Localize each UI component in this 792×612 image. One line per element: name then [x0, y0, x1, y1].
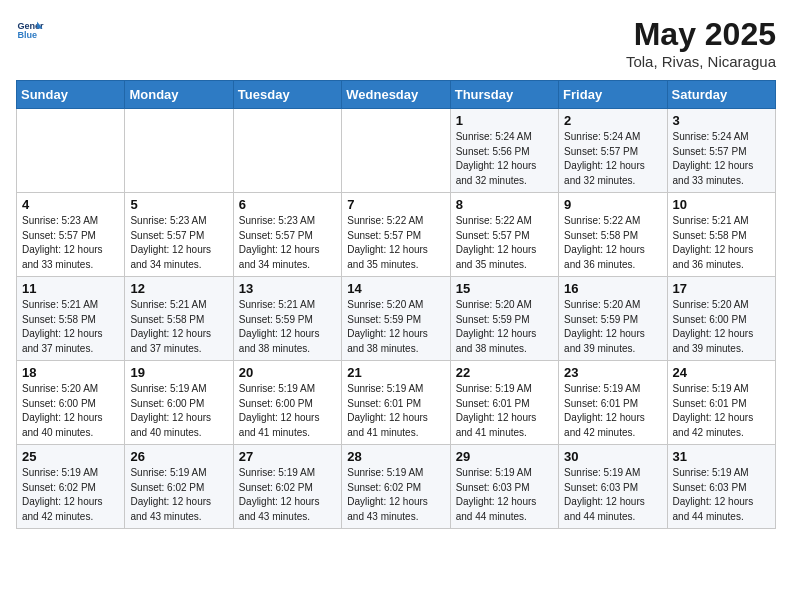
- day-info: Sunrise: 5:24 AM Sunset: 5:56 PM Dayligh…: [456, 130, 553, 188]
- calendar-week-row: 4Sunrise: 5:23 AM Sunset: 5:57 PM Daylig…: [17, 193, 776, 277]
- calendar-cell: 27Sunrise: 5:19 AM Sunset: 6:02 PM Dayli…: [233, 445, 341, 529]
- calendar-header-row: SundayMondayTuesdayWednesdayThursdayFrid…: [17, 81, 776, 109]
- calendar-cell: 4Sunrise: 5:23 AM Sunset: 5:57 PM Daylig…: [17, 193, 125, 277]
- day-info: Sunrise: 5:20 AM Sunset: 5:59 PM Dayligh…: [564, 298, 661, 356]
- day-number: 8: [456, 197, 553, 212]
- day-of-week-header: Friday: [559, 81, 667, 109]
- calendar-cell: 21Sunrise: 5:19 AM Sunset: 6:01 PM Dayli…: [342, 361, 450, 445]
- calendar-cell: 24Sunrise: 5:19 AM Sunset: 6:01 PM Dayli…: [667, 361, 775, 445]
- day-number: 12: [130, 281, 227, 296]
- calendar-cell: 16Sunrise: 5:20 AM Sunset: 5:59 PM Dayli…: [559, 277, 667, 361]
- day-info: Sunrise: 5:19 AM Sunset: 6:02 PM Dayligh…: [239, 466, 336, 524]
- calendar-cell: [17, 109, 125, 193]
- day-info: Sunrise: 5:24 AM Sunset: 5:57 PM Dayligh…: [564, 130, 661, 188]
- day-info: Sunrise: 5:21 AM Sunset: 5:58 PM Dayligh…: [673, 214, 770, 272]
- day-info: Sunrise: 5:21 AM Sunset: 5:58 PM Dayligh…: [130, 298, 227, 356]
- month-title: May 2025: [626, 16, 776, 53]
- calendar-week-row: 11Sunrise: 5:21 AM Sunset: 5:58 PM Dayli…: [17, 277, 776, 361]
- day-number: 28: [347, 449, 444, 464]
- calendar-cell: 7Sunrise: 5:22 AM Sunset: 5:57 PM Daylig…: [342, 193, 450, 277]
- calendar-cell: 18Sunrise: 5:20 AM Sunset: 6:00 PM Dayli…: [17, 361, 125, 445]
- day-info: Sunrise: 5:20 AM Sunset: 5:59 PM Dayligh…: [347, 298, 444, 356]
- calendar-table: SundayMondayTuesdayWednesdayThursdayFrid…: [16, 80, 776, 529]
- calendar-cell: [342, 109, 450, 193]
- day-info: Sunrise: 5:20 AM Sunset: 5:59 PM Dayligh…: [456, 298, 553, 356]
- day-info: Sunrise: 5:22 AM Sunset: 5:57 PM Dayligh…: [347, 214, 444, 272]
- calendar-week-row: 18Sunrise: 5:20 AM Sunset: 6:00 PM Dayli…: [17, 361, 776, 445]
- calendar-body: 1Sunrise: 5:24 AM Sunset: 5:56 PM Daylig…: [17, 109, 776, 529]
- day-of-week-header: Wednesday: [342, 81, 450, 109]
- day-number: 24: [673, 365, 770, 380]
- day-number: 20: [239, 365, 336, 380]
- calendar-cell: 2Sunrise: 5:24 AM Sunset: 5:57 PM Daylig…: [559, 109, 667, 193]
- day-info: Sunrise: 5:19 AM Sunset: 6:02 PM Dayligh…: [347, 466, 444, 524]
- day-info: Sunrise: 5:21 AM Sunset: 5:58 PM Dayligh…: [22, 298, 119, 356]
- calendar-cell: 19Sunrise: 5:19 AM Sunset: 6:00 PM Dayli…: [125, 361, 233, 445]
- day-info: Sunrise: 5:19 AM Sunset: 6:02 PM Dayligh…: [130, 466, 227, 524]
- page-header: General Blue May 2025 Tola, Rivas, Nicar…: [16, 16, 776, 70]
- day-number: 16: [564, 281, 661, 296]
- day-number: 3: [673, 113, 770, 128]
- day-info: Sunrise: 5:20 AM Sunset: 6:00 PM Dayligh…: [673, 298, 770, 356]
- calendar-cell: 10Sunrise: 5:21 AM Sunset: 5:58 PM Dayli…: [667, 193, 775, 277]
- day-info: Sunrise: 5:23 AM Sunset: 5:57 PM Dayligh…: [22, 214, 119, 272]
- calendar-cell: [233, 109, 341, 193]
- day-info: Sunrise: 5:23 AM Sunset: 5:57 PM Dayligh…: [239, 214, 336, 272]
- day-info: Sunrise: 5:19 AM Sunset: 6:00 PM Dayligh…: [130, 382, 227, 440]
- day-info: Sunrise: 5:19 AM Sunset: 6:01 PM Dayligh…: [456, 382, 553, 440]
- calendar-cell: 25Sunrise: 5:19 AM Sunset: 6:02 PM Dayli…: [17, 445, 125, 529]
- day-info: Sunrise: 5:24 AM Sunset: 5:57 PM Dayligh…: [673, 130, 770, 188]
- day-number: 14: [347, 281, 444, 296]
- calendar-cell: 26Sunrise: 5:19 AM Sunset: 6:02 PM Dayli…: [125, 445, 233, 529]
- logo: General Blue: [16, 16, 44, 44]
- calendar-cell: 15Sunrise: 5:20 AM Sunset: 5:59 PM Dayli…: [450, 277, 558, 361]
- day-info: Sunrise: 5:22 AM Sunset: 5:57 PM Dayligh…: [456, 214, 553, 272]
- day-number: 25: [22, 449, 119, 464]
- calendar-cell: 8Sunrise: 5:22 AM Sunset: 5:57 PM Daylig…: [450, 193, 558, 277]
- day-number: 4: [22, 197, 119, 212]
- day-number: 22: [456, 365, 553, 380]
- day-number: 15: [456, 281, 553, 296]
- day-number: 26: [130, 449, 227, 464]
- day-of-week-header: Thursday: [450, 81, 558, 109]
- calendar-cell: 29Sunrise: 5:19 AM Sunset: 6:03 PM Dayli…: [450, 445, 558, 529]
- location: Tola, Rivas, Nicaragua: [626, 53, 776, 70]
- day-info: Sunrise: 5:19 AM Sunset: 6:00 PM Dayligh…: [239, 382, 336, 440]
- day-number: 31: [673, 449, 770, 464]
- calendar-cell: 31Sunrise: 5:19 AM Sunset: 6:03 PM Dayli…: [667, 445, 775, 529]
- day-number: 23: [564, 365, 661, 380]
- calendar-cell: 22Sunrise: 5:19 AM Sunset: 6:01 PM Dayli…: [450, 361, 558, 445]
- day-info: Sunrise: 5:19 AM Sunset: 6:03 PM Dayligh…: [673, 466, 770, 524]
- day-number: 19: [130, 365, 227, 380]
- day-number: 21: [347, 365, 444, 380]
- day-info: Sunrise: 5:19 AM Sunset: 6:02 PM Dayligh…: [22, 466, 119, 524]
- day-number: 13: [239, 281, 336, 296]
- day-number: 9: [564, 197, 661, 212]
- day-number: 17: [673, 281, 770, 296]
- title-block: May 2025 Tola, Rivas, Nicaragua: [626, 16, 776, 70]
- calendar-cell: 23Sunrise: 5:19 AM Sunset: 6:01 PM Dayli…: [559, 361, 667, 445]
- logo-icon: General Blue: [16, 16, 44, 44]
- day-number: 30: [564, 449, 661, 464]
- calendar-cell: 9Sunrise: 5:22 AM Sunset: 5:58 PM Daylig…: [559, 193, 667, 277]
- calendar-cell: 5Sunrise: 5:23 AM Sunset: 5:57 PM Daylig…: [125, 193, 233, 277]
- day-of-week-header: Saturday: [667, 81, 775, 109]
- day-number: 7: [347, 197, 444, 212]
- calendar-cell: 11Sunrise: 5:21 AM Sunset: 5:58 PM Dayli…: [17, 277, 125, 361]
- day-number: 11: [22, 281, 119, 296]
- calendar-cell: 12Sunrise: 5:21 AM Sunset: 5:58 PM Dayli…: [125, 277, 233, 361]
- day-info: Sunrise: 5:19 AM Sunset: 6:01 PM Dayligh…: [564, 382, 661, 440]
- day-info: Sunrise: 5:23 AM Sunset: 5:57 PM Dayligh…: [130, 214, 227, 272]
- day-info: Sunrise: 5:19 AM Sunset: 6:03 PM Dayligh…: [564, 466, 661, 524]
- day-info: Sunrise: 5:19 AM Sunset: 6:03 PM Dayligh…: [456, 466, 553, 524]
- calendar-week-row: 1Sunrise: 5:24 AM Sunset: 5:56 PM Daylig…: [17, 109, 776, 193]
- calendar-cell: 6Sunrise: 5:23 AM Sunset: 5:57 PM Daylig…: [233, 193, 341, 277]
- day-of-week-header: Monday: [125, 81, 233, 109]
- day-of-week-header: Sunday: [17, 81, 125, 109]
- day-number: 5: [130, 197, 227, 212]
- calendar-cell: 3Sunrise: 5:24 AM Sunset: 5:57 PM Daylig…: [667, 109, 775, 193]
- day-info: Sunrise: 5:20 AM Sunset: 6:00 PM Dayligh…: [22, 382, 119, 440]
- svg-text:Blue: Blue: [17, 30, 37, 40]
- day-info: Sunrise: 5:21 AM Sunset: 5:59 PM Dayligh…: [239, 298, 336, 356]
- calendar-cell: 1Sunrise: 5:24 AM Sunset: 5:56 PM Daylig…: [450, 109, 558, 193]
